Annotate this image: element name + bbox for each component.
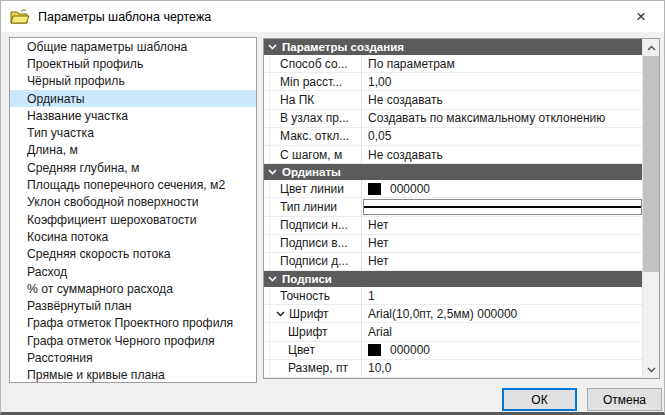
property-grid: Параметры создания Способ со... По парам… (263, 38, 660, 379)
group-label: Подписи (282, 273, 332, 285)
sidebar-item[interactable]: Чёрный профиль (10, 73, 256, 90)
property-row: В узлах пр... Создавать по максимальному… (264, 110, 643, 128)
property-label: На ПК (270, 91, 362, 108)
property-value[interactable]: 1,00 (362, 73, 643, 90)
property-row: На ПК Не создавать (264, 91, 643, 109)
line-color-value[interactable]: 000000 (362, 180, 643, 197)
chevron-down-icon (647, 367, 656, 373)
ok-button[interactable]: ОК (502, 388, 577, 411)
template-sections-list[interactable]: Общие параметры шаблона Проектный профил… (9, 37, 257, 383)
title-bar: Параметры шаблона чертежа × (1, 1, 664, 32)
chevron-down-icon (268, 44, 277, 50)
property-label: С шагом, м (270, 146, 362, 163)
property-value[interactable]: 1 (362, 287, 643, 304)
property-value[interactable]: Arial(10,0пт, 2,5мм) 000000 (362, 305, 643, 322)
sidebar-item[interactable]: % от суммарного расхода (10, 280, 256, 297)
chevron-up-icon (647, 45, 656, 51)
sidebar-item[interactable]: Проектный профиль (10, 55, 256, 72)
group-header-parametry-sozdaniya[interactable]: Параметры создания (264, 39, 643, 55)
folder-open-icon (10, 9, 30, 25)
sidebar-item[interactable]: Площадь поперечного сечения, м2 (10, 176, 256, 193)
property-row: Min расст... 1,00 (264, 73, 643, 91)
group-header-podpisi[interactable]: Подписи (264, 271, 643, 287)
property-row: Точность 1 (264, 287, 643, 305)
sidebar-item[interactable]: Графа отметок Проектного профиля (10, 315, 256, 332)
line-type-sample (363, 199, 642, 214)
chevron-down-icon (268, 276, 277, 282)
sidebar-item[interactable]: Уклон свободной поверхности (10, 194, 256, 211)
property-row: Шрифт Arial (264, 323, 643, 341)
sidebar-item[interactable]: Графа отметок Черного профиля (10, 332, 256, 349)
property-label: Размер, пт (270, 360, 362, 377)
property-value[interactable]: По параметрам (362, 55, 643, 72)
template-parameters-dialog: Параметры шаблона чертежа × Общие параме… (0, 0, 665, 415)
property-row: С шагом, м Не создавать (264, 146, 643, 164)
sidebar-item[interactable]: Длина, м (10, 142, 256, 159)
property-row: Размер, пт 10,0 (264, 360, 643, 378)
close-button[interactable]: × (618, 1, 664, 32)
line-type-value[interactable] (362, 198, 643, 215)
property-label: Способ со... (270, 55, 362, 72)
property-value[interactable]: Нет (362, 235, 643, 252)
color-swatch (368, 344, 381, 356)
property-value[interactable]: 10,0 (362, 360, 643, 377)
sidebar-item[interactable]: Коэффициент шероховатости (10, 211, 256, 228)
chevron-down-icon (268, 169, 277, 175)
property-row: Шрифт Arial(10,0пт, 2,5мм) 000000 (264, 305, 643, 323)
property-row: Способ со... По параметрам (264, 55, 643, 73)
property-label: Шрифт (289, 307, 328, 321)
property-label: Подписи д... (270, 253, 362, 270)
color-swatch (368, 183, 381, 195)
property-label: Цвет линии (270, 180, 362, 197)
group-label: Ординаты (282, 166, 341, 178)
color-code: 000000 (390, 343, 430, 357)
property-value[interactable]: Arial (362, 323, 643, 340)
sidebar-item[interactable]: Общие параметры шаблона (10, 38, 256, 55)
property-label: Макс. откл... (270, 128, 362, 145)
chevron-down-icon (276, 311, 285, 317)
property-row: Подписи в... Нет (264, 235, 643, 253)
sidebar-item-selected[interactable]: Ординаты (10, 90, 256, 107)
property-label-expandable[interactable]: Шрифт (270, 305, 362, 322)
property-value[interactable]: Не создавать (362, 146, 643, 163)
window-title: Параметры шаблона чертежа (38, 10, 211, 24)
property-value[interactable]: Не создавать (362, 91, 643, 108)
property-grid-content: Параметры создания Способ со... По парам… (264, 39, 643, 378)
sidebar-item[interactable]: Название участка (10, 107, 256, 124)
sidebar-item[interactable]: Косина потока (10, 228, 256, 245)
property-label: Подписи в... (270, 235, 362, 252)
property-row: Макс. откл... 0,05 (264, 128, 643, 146)
scroll-down-button[interactable] (643, 361, 660, 378)
font-color-value[interactable]: 000000 (362, 342, 643, 359)
property-label: В узлах пр... (270, 110, 362, 127)
property-row: Подписи н... Нет (264, 217, 643, 235)
property-value[interactable]: 0,05 (362, 128, 643, 145)
sidebar-item[interactable]: Средняя скорость потока (10, 246, 256, 263)
property-row: Подписи д... Нет (264, 253, 643, 271)
group-label: Параметры создания (282, 41, 404, 53)
property-label: Шрифт (270, 323, 362, 340)
property-row: Тип линии (264, 198, 643, 216)
group-header-ordinaty[interactable]: Ординаты (264, 164, 643, 180)
sidebar-item[interactable]: Расстояния (10, 349, 256, 366)
color-code: 000000 (390, 182, 430, 196)
sidebar-item[interactable]: Развёрнутый план (10, 297, 256, 314)
sidebar-item[interactable]: Прямые и кривые плана (10, 367, 256, 383)
close-icon: × (636, 7, 646, 27)
vertical-scrollbar[interactable] (642, 39, 659, 378)
cancel-button[interactable]: Отмена (587, 388, 662, 411)
property-label: Точность (270, 287, 362, 304)
property-label: Тип линии (270, 198, 362, 215)
scrollbar-thumb[interactable] (643, 56, 660, 272)
property-row: Цвет 000000 (264, 342, 643, 360)
property-row: Цвет линии 000000 (264, 180, 643, 198)
property-value[interactable]: Создавать по максимальному отклонению (362, 110, 643, 127)
sidebar-item[interactable]: Расход (10, 263, 256, 280)
sidebar-item[interactable]: Тип участка (10, 124, 256, 141)
property-value[interactable]: Нет (362, 217, 643, 234)
property-label: Min расст... (270, 73, 362, 90)
sidebar-item[interactable]: Средняя глубина, м (10, 159, 256, 176)
scroll-up-button[interactable] (643, 39, 660, 56)
property-value[interactable]: Нет (362, 253, 643, 270)
property-label: Цвет (270, 342, 362, 359)
